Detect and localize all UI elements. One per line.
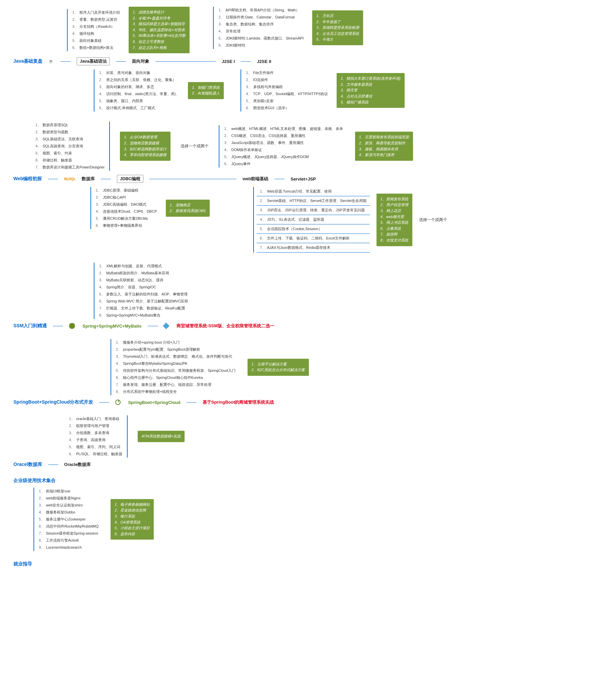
- list-item: 5、通用CRUD解决方案DBUtils: [94, 215, 159, 222]
- node-servlet-jsp[interactable]: Servlet+JSP: [290, 177, 316, 181]
- node-j2se2[interactable]: J2SE II: [257, 59, 271, 64]
- greenbox-b: 1、万年历2、牛牛发掘了3、英雄联盟登录系统检测4、企业员工信息管理系统5、斗地…: [312, 10, 363, 45]
- list-frontend: 1、web概述、HTML概述、HTML文本处理、图像、超链接、表格、表单2、CS…: [219, 125, 345, 168]
- green-line: 2、新闻资讯系统CMS: [170, 208, 206, 214]
- node-oop[interactable]: 面向对象: [132, 58, 149, 64]
- green-line: 1、企业OA数据管理: [124, 134, 167, 140]
- list-item: 5、会话跟踪技术（Cookie,Session）: [257, 224, 370, 234]
- section-career: 就业指导: [14, 561, 602, 567]
- list-item: 4、JSTL、EL表达式、过滤器、监听器: [257, 215, 370, 224]
- list-item: 3、面向对象的封装、继承、多态: [97, 83, 181, 90]
- title-springboot: SpringBoot+SpringCloud分布式开发: [14, 399, 93, 405]
- mysql-icon: MySQL: [64, 177, 75, 181]
- green-line: 5、网上书店系统: [380, 220, 408, 226]
- list-springboot: 1、微服务介绍+spring boot 介绍+入门2、properties配置与…: [111, 339, 238, 395]
- label-pick: 选择一个或两个: [180, 143, 209, 149]
- green-line: 4、web聊天室: [380, 214, 408, 220]
- list-item: 8、工作流程引擎Activiti: [37, 537, 101, 544]
- title-row-oracle: Oracel数据库 Oracle数据库: [14, 462, 602, 468]
- list-item: 1、File文件操作: [244, 69, 330, 76]
- green-line: 4、点对点且群通信: [340, 93, 400, 99]
- list-item: 6、设计模式:单例模式、工厂模式: [97, 105, 181, 112]
- list-jdbc: 1、JDBC原理、基础编程2、JDBC核心API3、JDBC高级编程、DAO模式…: [90, 187, 159, 229]
- green-line: 2、宠物商店数据建模: [124, 140, 167, 147]
- green-line: 2、AI智能机器人: [192, 90, 220, 96]
- node-jdbc[interactable]: JDBC编程: [117, 175, 144, 183]
- list-item: 7、服务发现、服务注册、配置中心、链路追踪、异常处理: [114, 381, 238, 388]
- node-oracle[interactable]: Oracle数据库: [64, 462, 91, 468]
- list-item: 4、循环结构: [70, 30, 122, 37]
- list-item: 6、JDK9新特性: [216, 42, 306, 49]
- node-springboot-project[interactable]: 基于SpringBoot的商城管理系统实战: [203, 399, 274, 405]
- node-springboot[interactable]: SpringBoot+SpringCloud: [128, 400, 180, 405]
- list-item: 3、MyBatis关联映射、动态SQL、缓存: [97, 277, 190, 284]
- list-item: 6、存储过程、触发器: [34, 157, 107, 164]
- node-db[interactable]: 数据库: [82, 176, 95, 182]
- section-web: 1、数据库原理SQL2、数据类型与函数3、SQL基础语法、关联查询4、SQL高级…: [14, 121, 602, 252]
- green-line: 5、99乘法表+求阶乘+4位反序数: [133, 33, 185, 39]
- list-item: 2、web前端服务器Nginx: [37, 495, 101, 502]
- title-oracle: Oracel数据库: [14, 462, 42, 468]
- green-line: 3、英雄联盟登录系统检测: [316, 25, 359, 31]
- green-line: 4、新浪汽车热门推荐: [359, 152, 409, 158]
- list-item: 3、JavaScript基础语法、函数、事件、重用属性: [222, 139, 345, 147]
- list-item: 3、SQL基础语法、关联查询: [34, 136, 107, 143]
- green-line: 1、新闻发布系统: [380, 196, 408, 202]
- greenbox-enterprise: 1、电子商务购物网站2、星途旅游信息网3、银行系统4、OA管理系统5、小组自主设…: [111, 499, 154, 540]
- list-servlet: 1、Web容器:Tomcat介绍、常见配置、使用2、Servlet基础、HTTP…: [253, 187, 370, 252]
- list-item: 5、传统软件架构与分布式基础知识、常用微服务框架、SpringCloud入门: [114, 367, 238, 374]
- list-item: 3、Thymeleaf入门、标准表达式、数据绑定、格式化、条件判断与迭代: [114, 353, 238, 360]
- list-item: 4、TCP、UDP、Socket编程、HTTP/HTTPS协议: [244, 90, 330, 97]
- green-line: 2、星途旅游信息网: [114, 508, 150, 513]
- list-item: 5、面向对象基础: [70, 37, 122, 44]
- node-web-frontend[interactable]: web前端基础: [243, 176, 268, 182]
- green-line: 2、B2C系统后台分布式解决方案: [251, 367, 305, 373]
- title-career: 就业指导: [14, 561, 32, 567]
- list-item: 1、API帮助文档、常用API介绍（String、Math）: [216, 7, 306, 14]
- list-item: 1、web概述、HTML概述、HTML文本处理、图像、超链接、表格、表单: [222, 125, 345, 132]
- green-line: 4、华氏、摄氏温度转化+对照表: [133, 27, 185, 33]
- green-line: 1、电子商务购物网站: [114, 502, 150, 508]
- green-line: 3、银行系统: [114, 513, 150, 519]
- list-item: 7、Session缓存框架Spring-session: [37, 530, 101, 537]
- list-item: 6、事物管理+事物隔离界别: [94, 222, 159, 229]
- list-item: 3、web安全认证框架shiro: [37, 502, 101, 509]
- list-item: 4、DOM操作表单验证: [222, 147, 345, 153]
- greenbox-c: 1、智能门禁系统2、AI智能机器人: [188, 82, 224, 99]
- list-item: 4、微服务框架Dubbo: [37, 509, 101, 516]
- list-item: 1、oracle基础入门、查询基础: [67, 415, 124, 422]
- node-j2se1[interactable]: J2SE I: [222, 59, 235, 64]
- list-item: 3、分组函数、多表查询: [67, 429, 124, 437]
- list-item: 7、数据库设计和建模工具PowerDesigner: [34, 164, 107, 171]
- list-item: 6、数组+数据结构+算法: [70, 44, 122, 51]
- list-item: 7、拦截器、文件上传下载、数据验证、RestFul配置: [97, 305, 190, 312]
- list-item: 4、SQL高级查询、分页查询: [34, 143, 107, 150]
- list-item: 1、封装、类与对象、面向对象: [97, 69, 181, 76]
- list-item: 3、JDBC高级编程、DAO模式: [94, 201, 159, 208]
- node-java-syntax[interactable]: Java基础语法: [77, 57, 110, 65]
- green-line: 3、模拟武林盟主选举+智能指导: [133, 21, 185, 27]
- list-item: 2、IO流操作: [244, 76, 330, 83]
- green-line: 8、在线支付系统: [380, 238, 408, 244]
- label-pick2: 选择一个或两个: [419, 217, 447, 223]
- list-item: 7、AJAX与Json数据格式、Redis缓存技术: [257, 243, 370, 252]
- title-ssm: SSM入门到精通: [14, 323, 47, 329]
- title-java: Java基础复盘: [14, 58, 43, 64]
- green-line: 3、B2C鲜花网数据库设计: [124, 147, 167, 152]
- node-ssm[interactable]: Spring+SpringMVC+MyBatis: [82, 324, 141, 329]
- list-item: 8、Spring+SpringMVC+MyBatis整合: [97, 312, 190, 319]
- green-line: 3、网上花店: [380, 208, 408, 214]
- title-row-java: Java基础复盘 ☕ Java基础语法 面向对象 J2SE I J2SE II: [14, 57, 602, 65]
- list-item: 2、权限管理与用户管理: [67, 422, 124, 429]
- list-item: 5、参数注入、基于注解的组件扫描、AOP、事物管理: [97, 291, 190, 298]
- list-item: 1、程序入门及开发环境介绍: [70, 9, 122, 16]
- green-line: 1、万年历: [316, 13, 359, 19]
- springboot-icon: [115, 400, 120, 405]
- list-j2se1: 1、API帮助文档、常用API介绍（String、Math）2、日期操作类:Da…: [213, 7, 306, 49]
- list-item: 8、分布式系统中事物处理+线程安全: [114, 388, 238, 395]
- green-line: 1、成绩合格率统计: [133, 9, 185, 16]
- greenbox-oracle: ATM系统数据建模+实战: [138, 431, 185, 442]
- node-ssm-project[interactable]: 商贸城管理系统-SSM版、企业权限管理系统二选一: [177, 323, 275, 329]
- list-item: 2、MyBatis框架的简介、MyBatis基本应用: [97, 270, 190, 277]
- list-item: 5、抽象类、接口、内部类: [97, 97, 181, 105]
